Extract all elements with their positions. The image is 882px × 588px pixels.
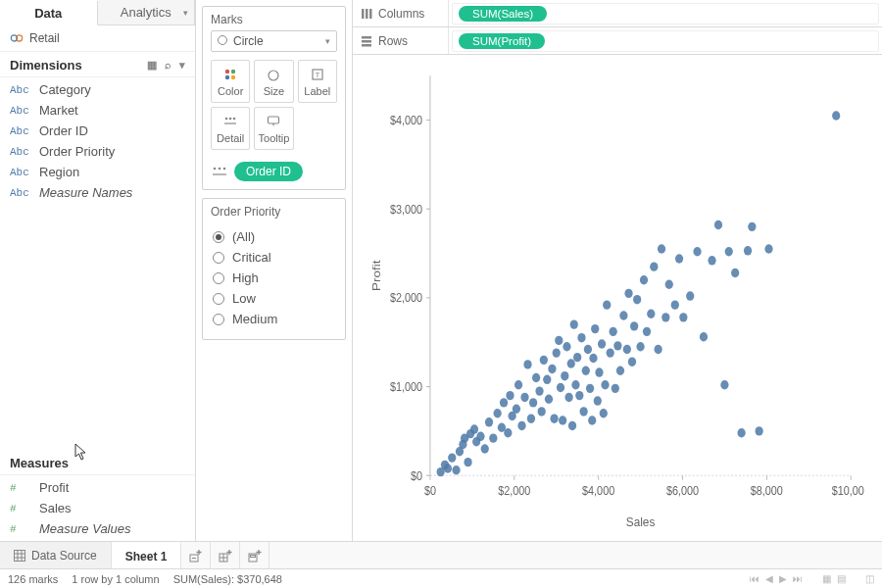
chart-point[interactable] [579,407,587,416]
data-source-tab[interactable]: Data Source [0,542,112,568]
field-profit[interactable]: #Profit [0,477,195,498]
chart-point[interactable] [630,321,638,330]
chart-point[interactable] [665,280,673,289]
chart-point[interactable] [464,458,471,466]
chart-point[interactable] [538,407,546,416]
new-worksheet-button[interactable] [181,542,211,568]
chart-point[interactable] [535,386,543,395]
field-market[interactable]: AbcMarket [0,100,195,121]
chart-point[interactable] [693,247,701,256]
chart-point[interactable] [748,222,756,231]
filter-option-critical[interactable]: Critical [213,247,335,268]
chart-point[interactable] [708,256,715,265]
nav-show[interactable]: ◫ [865,573,874,584]
chart-point[interactable] [489,433,497,442]
chart-point[interactable] [628,357,636,366]
chart-point[interactable] [561,371,568,380]
chart-point[interactable] [500,398,508,407]
chart-point[interactable] [573,353,581,362]
field-category[interactable]: AbcCategory [0,79,195,100]
chart-point[interactable] [686,291,694,300]
chart-point[interactable] [595,368,603,376]
view-film-icon[interactable]: ▤ [837,573,846,584]
scatter-chart[interactable]: $0$1,000$2,000$3,000$4,000$0$2,000$4,000… [363,65,864,537]
filter-option-all[interactable]: (All) [213,226,335,247]
chart-point[interactable] [564,393,572,402]
chart-point[interactable] [506,391,514,400]
chart-point[interactable] [582,367,590,375]
chart-point[interactable] [640,275,648,284]
chart-point[interactable] [586,384,594,393]
chart-point[interactable] [517,421,525,430]
field-measure-names[interactable]: AbcMeasure Names [0,182,195,203]
rows-pill[interactable]: SUM(Profit) [459,33,545,49]
chart-point[interactable] [584,345,592,354]
chart-point[interactable] [675,254,683,263]
chart-point[interactable] [448,453,456,462]
chart-point[interactable] [594,396,602,405]
chart-point[interactable] [545,395,553,404]
chart-point[interactable] [452,466,460,474]
datasource-row[interactable]: Retail [0,25,195,52]
chart-point[interactable] [624,289,632,298]
nav-last[interactable]: ⏭ [793,573,803,584]
nav-next[interactable]: ▶ [779,573,787,584]
view-tabs-icon[interactable]: ▦ [822,573,831,584]
chart-point[interactable] [577,333,585,342]
new-dashboard-button[interactable] [211,542,240,568]
marks-label-button[interactable]: T Label [298,60,337,103]
nav-first[interactable]: ⏮ [750,573,760,584]
chart-point[interactable] [647,309,655,318]
nav-prev[interactable]: ◀ [765,573,773,584]
chart-point[interactable] [481,444,489,453]
columns-pill[interactable]: SUM(Sales) [459,6,547,22]
chart-point[interactable] [575,391,583,400]
chart-point[interactable] [559,416,566,424]
chart-point[interactable] [493,409,501,417]
filter-option-medium[interactable]: Medium [213,309,335,329]
field-sales[interactable]: #Sales [0,498,195,518]
chart-point[interactable] [543,375,551,384]
new-story-button[interactable] [240,542,270,568]
sheet-tab-1[interactable]: Sheet 1 [112,542,182,568]
view-grid-icon[interactable]: ▦ [147,59,157,72]
chart-point[interactable] [444,464,452,472]
chart-point[interactable] [744,246,752,255]
chart-point[interactable] [571,380,579,389]
chart-point[interactable] [532,373,540,382]
chart-point[interactable] [523,360,531,368]
chart-point[interactable] [613,341,621,350]
marks-color-button[interactable]: Color [211,60,250,103]
chart-point[interactable] [612,384,619,393]
chart-point[interactable] [567,359,575,368]
chart-point[interactable] [720,380,728,389]
columns-shelf[interactable]: SUM(Sales) [452,3,879,24]
search-icon[interactable]: ⌕ [165,59,172,72]
chart-point[interactable] [513,405,520,414]
chart-point[interactable] [679,313,687,321]
marks-detail-button[interactable]: Detail [211,107,250,150]
mark-type-select[interactable]: Circle ▾ [211,30,337,52]
field-order-id[interactable]: AbcOrder ID [0,121,195,141]
chart-point[interactable] [832,111,840,120]
chart-point[interactable] [662,313,669,321]
chart-point[interactable] [598,339,606,348]
chart-point[interactable] [529,398,537,407]
chart-point[interactable] [671,300,679,309]
menu-icon[interactable]: ▾ [179,59,185,72]
chart-point[interactable] [570,319,578,328]
chart-point[interactable] [755,426,762,435]
chart-point[interactable] [476,432,484,441]
chart-point[interactable] [610,327,617,336]
marks-detail-pill[interactable]: Order ID [234,162,303,181]
chart-point[interactable] [737,428,745,437]
marks-size-button[interactable]: Size [254,60,293,103]
chart-point[interactable] [658,244,665,253]
chart-point[interactable] [504,428,512,437]
chart-point[interactable] [548,365,556,373]
chart-point[interactable] [520,393,528,402]
field-order-priority[interactable]: AbcOrder Priority [0,141,195,162]
chart-point[interactable] [470,424,478,433]
chart-point[interactable] [540,356,548,365]
chart-point[interactable] [555,336,563,345]
